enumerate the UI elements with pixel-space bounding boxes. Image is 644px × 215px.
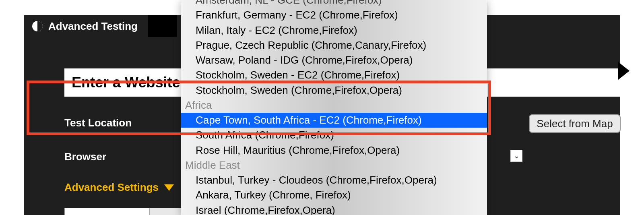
location-option[interactable]: Cape Town, South Africa - EC2 (Chrome,Fi… (181, 113, 487, 128)
location-option[interactable]: Israel (Chrome,Firefox,Opera) (181, 203, 487, 215)
location-optgroup: Middle East (181, 158, 487, 173)
advanced-settings-toggle[interactable]: Advanced Settings (64, 181, 174, 194)
select-from-map-button[interactable]: Select from Map (529, 114, 621, 133)
location-option[interactable]: Frankfurt, Germany - EC2 (Chrome,Firefox… (181, 8, 487, 23)
location-option[interactable]: Istanbul, Turkey - Cloudeos (Chrome,Fire… (181, 173, 487, 188)
tab-advanced-testing[interactable]: Advanced Testing (24, 15, 146, 37)
start-test-arrow-icon[interactable] (618, 62, 630, 80)
location-option[interactable]: Prague, Czech Republic (Chrome,Canary,Fi… (181, 38, 487, 53)
location-option[interactable]: Rose Hill, Mauritius (Chrome,Firefox,Ope… (181, 143, 487, 158)
label-browser: Browser (64, 151, 106, 163)
url-placeholder: Enter a Website U (72, 74, 194, 91)
location-dropdown-list: Amsterdam, NL - GCE (Chrome,Firefox)Fran… (181, 0, 487, 215)
location-option[interactable]: South Africa (Chrome,Firefox) (181, 128, 487, 143)
chevron-down-icon: ⌄ (514, 151, 520, 160)
location-option[interactable]: Stockholm, Sweden (Chrome,Firefox,Opera) (181, 83, 487, 98)
tab-test-settings[interactable]: Test Settings (64, 208, 149, 215)
location-dropdown[interactable]: Amsterdam, NL - GCE (Chrome,Firefox)Fran… (181, 0, 487, 215)
browser-select-chevron[interactable]: ⌄ (510, 150, 522, 162)
location-option[interactable]: Warsaw, Poland - IDG (Chrome,Firefox,Ope… (181, 53, 487, 68)
label-test-location: Test Location (64, 117, 132, 129)
location-optgroup: Africa (181, 98, 487, 113)
location-option[interactable]: Stockholm, Sweden - EC2 (Chrome,Firefox) (181, 68, 487, 83)
triangle-down-icon (164, 184, 174, 191)
tab-label: Advanced Testing (48, 20, 138, 33)
location-option[interactable]: Amsterdam, NL - GCE (Chrome,Firefox) (181, 0, 487, 8)
logo-icon (32, 21, 43, 31)
advanced-settings-label: Advanced Settings (64, 181, 159, 194)
location-option[interactable]: Ankara, Turkey (Chrome, Firefox) (181, 188, 487, 203)
tab-inactive[interactable] (148, 15, 177, 37)
location-option[interactable]: Milan, Italy - EC2 (Chrome,Firefox) (181, 23, 487, 38)
